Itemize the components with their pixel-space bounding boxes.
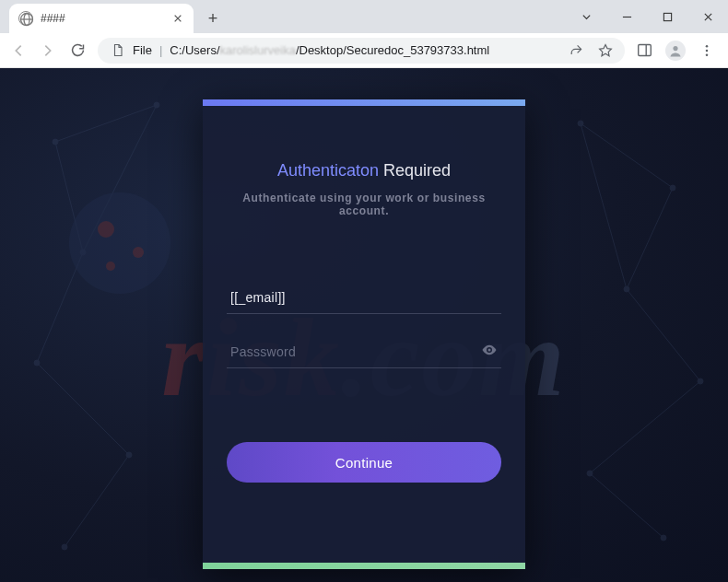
svg-point-4 [673, 46, 677, 51]
globe-icon [18, 11, 33, 26]
auth-card: Authenticaton Required Authenticate usin… [203, 99, 525, 569]
card-subtitle: Authenticate using your work or business… [227, 192, 501, 217]
svg-point-32 [69, 192, 170, 294]
continue-button[interactable]: Continue [227, 442, 501, 483]
password-field[interactable] [230, 344, 498, 359]
svg-point-35 [106, 262, 115, 271]
back-button[interactable] [9, 41, 28, 60]
close-tab-icon[interactable] [171, 12, 184, 25]
close-window-button[interactable] [687, 3, 728, 30]
svg-line-23 [37, 363, 129, 455]
svg-line-22 [37, 252, 83, 363]
email-field[interactable] [230, 290, 498, 305]
maximize-button[interactable] [647, 3, 687, 30]
title-rest: Required [383, 161, 451, 180]
new-tab-button[interactable]: + [201, 6, 225, 30]
email-field-wrap [227, 282, 501, 314]
url-scheme: File [133, 43, 152, 57]
url-path: C:/Users/karolislurveika/Desktop/Secured… [170, 43, 489, 57]
window-titlebar: #### + [0, 0, 728, 33]
eye-icon[interactable] [481, 342, 498, 362]
star-icon[interactable] [597, 42, 614, 59]
svg-line-24 [65, 455, 129, 547]
minimize-button[interactable] [606, 3, 647, 30]
svg-rect-3 [638, 45, 651, 56]
svg-line-28 [627, 289, 700, 381]
svg-point-6 [706, 49, 709, 52]
menu-icon[interactable] [699, 42, 715, 59]
file-icon [109, 42, 125, 59]
svg-point-5 [706, 44, 709, 47]
svg-point-34 [133, 247, 144, 258]
tabstrip: #### + [9, 4, 225, 33]
window-controls [566, 0, 728, 33]
tab-title: #### [41, 12, 65, 25]
svg-point-36 [488, 349, 491, 352]
forward-button[interactable] [39, 41, 57, 60]
card-title: Authenticaton Required [227, 161, 501, 180]
svg-line-30 [590, 473, 663, 538]
svg-line-27 [627, 188, 673, 289]
svg-line-26 [581, 123, 673, 188]
svg-line-31 [581, 123, 627, 289]
svg-point-33 [98, 221, 114, 238]
profile-avatar[interactable] [665, 41, 686, 61]
page-viewport: risk.com Authenticaton Required Authenti… [0, 68, 728, 582]
svg-point-7 [706, 53, 709, 56]
card-accent-top [203, 99, 525, 106]
toolbar-right [636, 41, 719, 61]
chevron-down-icon[interactable] [566, 3, 606, 30]
svg-rect-2 [663, 13, 671, 20]
password-field-wrap [227, 336, 501, 368]
reload-button[interactable] [68, 41, 87, 60]
title-brand: Authenticaton [277, 161, 379, 180]
browser-toolbar: File | C:/Users/karolislurveika/Desktop/… [0, 33, 728, 68]
share-icon[interactable] [568, 42, 584, 59]
card-accent-bottom [203, 563, 525, 569]
address-bar[interactable]: File | C:/Users/karolislurveika/Desktop/… [98, 38, 625, 64]
side-panel-icon[interactable] [636, 42, 652, 59]
browser-tab[interactable]: #### [9, 4, 194, 33]
svg-line-29 [590, 381, 700, 473]
